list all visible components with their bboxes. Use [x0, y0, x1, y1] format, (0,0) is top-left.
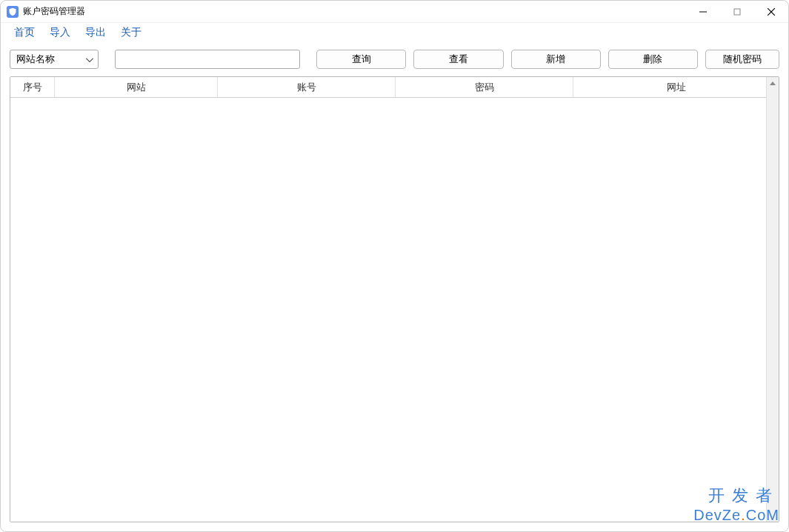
- toolbar: 网站名称 查询 查看 新增 删除 随机密码: [1, 42, 788, 76]
- table-area: 序号 网站 账号 密码 网址: [10, 76, 779, 522]
- menu-home[interactable]: 首页: [7, 24, 42, 41]
- scroll-up-icon[interactable]: [767, 77, 779, 90]
- menu-import[interactable]: 导入: [42, 24, 78, 41]
- search-input[interactable]: [115, 50, 300, 69]
- table-header: 序号 网站 账号 密码 网址: [10, 77, 779, 98]
- col-seq[interactable]: 序号: [10, 77, 55, 97]
- add-button[interactable]: 新增: [511, 50, 601, 69]
- window-controls: [686, 1, 788, 22]
- maximize-button[interactable]: [720, 1, 754, 22]
- filter-select-value: 网站名称: [16, 53, 55, 66]
- table-body: [10, 98, 779, 522]
- titlebar-left: 账户密码管理器: [7, 5, 85, 18]
- random-password-button[interactable]: 随机密码: [705, 50, 779, 69]
- col-password[interactable]: 密码: [396, 77, 573, 97]
- menu-export[interactable]: 导出: [78, 24, 113, 41]
- titlebar: 账户密码管理器: [1, 1, 788, 23]
- app-icon: [7, 6, 19, 18]
- col-site[interactable]: 网站: [55, 77, 218, 97]
- window-title: 账户密码管理器: [23, 5, 85, 18]
- filter-select[interactable]: 网站名称: [10, 50, 99, 69]
- menu-about[interactable]: 关于: [113, 24, 149, 41]
- chevron-down-icon: [86, 54, 93, 65]
- col-url[interactable]: 网址: [573, 77, 779, 97]
- minimize-button[interactable]: [686, 1, 720, 22]
- app-window: 账户密码管理器 首页 导入 导出 关于 网站名称 查询 查看: [0, 0, 789, 532]
- menubar: 首页 导入 导出 关于: [1, 23, 788, 42]
- delete-button[interactable]: 删除: [608, 50, 698, 69]
- close-button[interactable]: [754, 1, 788, 22]
- svg-rect-1: [734, 9, 740, 15]
- col-account[interactable]: 账号: [218, 77, 396, 97]
- view-button[interactable]: 查看: [413, 50, 503, 69]
- vertical-scrollbar[interactable]: [766, 77, 779, 522]
- query-button[interactable]: 查询: [316, 50, 406, 69]
